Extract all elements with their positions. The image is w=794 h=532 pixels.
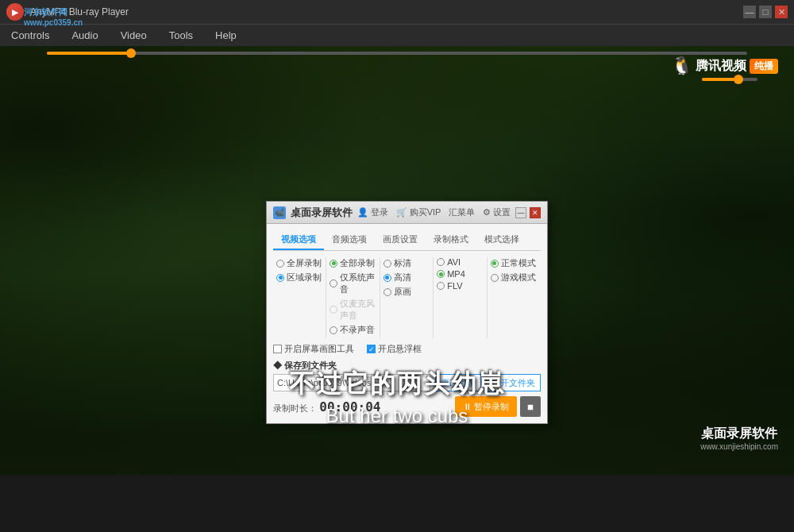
radio-system-audio-label: 仅系统声音: [340, 272, 376, 295]
radio-flv-indicator: [437, 282, 445, 290]
checkbox-drawing-label: 开启屏幕画图工具: [284, 343, 354, 355]
radio-normal-mode[interactable]: 正常模式: [491, 257, 538, 269]
progress-fill: [47, 52, 131, 55]
dialog-close[interactable]: ✕: [530, 207, 541, 218]
checkbox-drawing-tool[interactable]: 开启屏幕画图工具: [273, 343, 354, 355]
dialog-icon: 📹: [273, 206, 286, 219]
menu-tools[interactable]: Tools: [164, 28, 198, 43]
radio-mic-audio[interactable]: 仅麦克风声音: [330, 298, 376, 322]
dialog-menu-settings[interactable]: ⚙ 设置: [483, 206, 511, 218]
checkbox-float-window[interactable]: ✓ 开启悬浮框: [367, 343, 422, 355]
radio-normal-indicator: [491, 260, 499, 268]
volume-thumb: [734, 75, 743, 84]
title-bar: ▶ AnyMP4 Blu-ray Player 河东软件网 www.pc0359…: [0, 0, 794, 24]
radio-system-audio-indicator: [330, 279, 337, 287]
watermark-site: 河东软件网: [24, 7, 67, 17]
radio-all-audio[interactable]: 全部录制: [330, 257, 376, 269]
menu-bar: Controls Audio Video Tools Help: [0, 24, 794, 46]
radio-region-indicator: [276, 274, 284, 282]
menu-audio[interactable]: Audio: [67, 28, 102, 43]
dialog-title-left: 📹 桌面录屏软件: [273, 206, 353, 220]
radio-original-indicator: [384, 288, 391, 296]
dialog-menu-area: 👤 登录 🛒 购买VIP 汇菜单 ⚙ 设置: [357, 206, 511, 218]
radio-fullscreen-label: 全屏录制: [287, 257, 322, 269]
radio-flv[interactable]: FLV: [437, 281, 483, 291]
radio-sd-indicator: [384, 260, 391, 268]
radio-sd[interactable]: 标清: [384, 257, 430, 269]
close-button[interactable]: ✕: [775, 6, 788, 18]
radio-hd-indicator: [384, 274, 391, 282]
tencent-icon: 🐧: [671, 56, 692, 76]
mode-col: 正常模式 游戏模式: [488, 257, 541, 338]
tab-format[interactable]: 录制格式: [426, 230, 476, 250]
radio-all-audio-label: 全部录制: [340, 257, 375, 269]
audio-options-col: 全部录制 仅系统声音 仅麦克风声音 不录声音: [326, 257, 380, 338]
progress-track[interactable]: [47, 52, 747, 55]
menu-video[interactable]: Video: [116, 28, 152, 43]
minimize-button[interactable]: —: [743, 6, 756, 18]
radio-region[interactable]: 区域录制: [276, 272, 322, 283]
radio-flv-label: FLV: [447, 281, 462, 291]
volume-track[interactable]: [702, 78, 757, 81]
tencent-badge: 纯播: [750, 59, 778, 74]
radio-region-label: 区域录制: [287, 272, 322, 283]
radio-mp4-indicator: [437, 270, 445, 278]
radio-game-mode[interactable]: 游戏模式: [491, 272, 538, 283]
dialog-tabs: 视频选项 音频选项 画质设置 录制格式 模式选择: [273, 230, 541, 251]
dialog-controls: — ✕: [515, 207, 541, 218]
radio-avi[interactable]: AVI: [437, 257, 483, 267]
recorder-wm-title: 桌面录屏软件: [700, 426, 778, 442]
radio-game-indicator: [491, 274, 499, 282]
radio-mic-label: 仅麦克风声音: [340, 298, 376, 322]
options-grid: 全屏录制 区域录制 全部录制 仅系统声音: [273, 257, 541, 338]
radio-normal-label: 正常模式: [501, 257, 536, 269]
radio-original-label: 原画: [394, 286, 411, 298]
radio-sd-label: 标清: [394, 257, 411, 269]
video-options-col: 全屏录制 区域录制: [273, 257, 326, 338]
dialog-minimize[interactable]: —: [515, 207, 526, 218]
radio-original[interactable]: 原画: [384, 286, 430, 298]
recorder-watermark: 桌面录屏软件 www.xunjieshipin.com: [700, 426, 778, 451]
radio-fullscreen[interactable]: 全屏录制: [276, 257, 322, 269]
radio-fullscreen-indicator: [276, 260, 284, 268]
dialog-menu-vip[interactable]: 🛒 购买VIP: [396, 206, 441, 218]
tab-audio-options[interactable]: 音频选项: [324, 230, 375, 250]
radio-mic-indicator: [330, 306, 337, 314]
progress-thumb: [126, 48, 136, 58]
tab-quality[interactable]: 画质设置: [375, 230, 426, 250]
radio-no-audio-label: 不录声音: [340, 324, 375, 336]
menu-help[interactable]: Help: [210, 28, 241, 43]
checkbox-float-indicator: ✓: [367, 345, 376, 353]
title-bar-controls: — □ ✕: [743, 6, 788, 18]
checkbox-row: 开启屏幕画图工具 ✓ 开启悬浮框: [273, 343, 541, 355]
watermark: 河东软件网 www.pc0359.cn: [24, 6, 83, 27]
menu-controls[interactable]: Controls: [6, 28, 54, 43]
recorder-wm-url: www.xunjieshipin.com: [700, 442, 778, 451]
tab-video-options[interactable]: 视频选项: [273, 230, 324, 250]
radio-no-audio[interactable]: 不录声音: [330, 324, 376, 336]
radio-all-audio-indicator: [330, 260, 337, 268]
dialog-menu-login[interactable]: 👤 登录: [357, 206, 388, 218]
watermark-url: www.pc0359.cn: [24, 18, 83, 27]
radio-no-audio-indicator: [330, 326, 337, 334]
radio-hd-label: 高清: [394, 272, 411, 283]
radio-hd[interactable]: 高清: [384, 272, 430, 283]
radio-mp4-label: MP4: [447, 269, 465, 279]
app-logo: ▶: [6, 3, 24, 21]
radio-avi-label: AVI: [447, 257, 461, 267]
maximize-button[interactable]: □: [759, 6, 772, 18]
quality-col: 标清 高清 原画: [380, 257, 434, 338]
tab-mode[interactable]: 模式选择: [476, 230, 527, 250]
video-area: 🐧 腾讯视频 纯播 📹 桌面录屏软件 👤 登录 🛒 购买VIP 汇菜单 ⚙ 设置…: [0, 46, 794, 475]
subtitle-chinese: 不过它的两头幼崽: [0, 367, 794, 402]
dialog-title: 桌面录屏软件: [291, 206, 353, 220]
radio-mp4[interactable]: MP4: [437, 269, 483, 279]
checkbox-float-label: 开启悬浮框: [378, 343, 422, 355]
tencent-brand-text: 腾讯视频: [696, 58, 746, 75]
dialog-menu-more[interactable]: 汇菜单: [449, 206, 475, 218]
radio-game-label: 游戏模式: [501, 272, 536, 283]
subtitle-area: 不过它的两头幼崽 But her two cubs: [0, 367, 794, 427]
dialog-titlebar: 📹 桌面录屏软件 👤 登录 🛒 购买VIP 汇菜单 ⚙ 设置 — ✕: [267, 202, 547, 224]
radio-system-audio[interactable]: 仅系统声音: [330, 272, 376, 295]
title-bar-left: ▶ AnyMP4 Blu-ray Player 河东软件网 www.pc0359…: [6, 3, 129, 21]
